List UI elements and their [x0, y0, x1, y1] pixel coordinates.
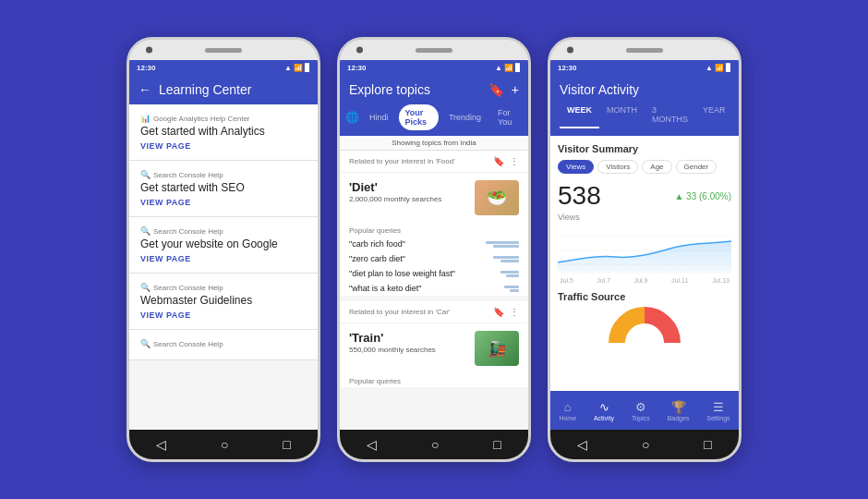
- battery-icon-2: ▊: [515, 64, 521, 72]
- wifi-icon-2: ▲: [495, 64, 502, 72]
- back-nav-3[interactable]: ◁: [577, 437, 587, 452]
- wifi-icon-1: ▲: [284, 64, 292, 72]
- phone-top-bar-2: [340, 40, 528, 60]
- lc-source-text-1: Google Analytics Help Center: [153, 115, 250, 123]
- topic-img-2: 🚂: [475, 331, 519, 366]
- query-1-4: "what is a keto diet": [340, 281, 528, 296]
- speaker-3: [626, 48, 663, 53]
- explore-section-2: Related to your interest in 'Car' 🔖 ⋮ 'T…: [340, 301, 528, 387]
- va-tab-week[interactable]: WEEK: [560, 103, 599, 128]
- home-nav-1[interactable]: ○: [221, 437, 228, 452]
- home-nav-label: Home: [559, 415, 576, 421]
- bar-8: [510, 289, 519, 292]
- globe-tab[interactable]: 🌐: [345, 111, 359, 124]
- bottom-nav-badges[interactable]: 🏆 Badges: [668, 400, 690, 421]
- chart-label-4: Jul.11: [671, 277, 689, 284]
- status-bar-3: 12:30 ▲ 📶 ▊: [550, 60, 739, 75]
- lc-cta-4[interactable]: VIEW PAGE: [140, 310, 307, 320]
- back-arrow-1[interactable]: ←: [139, 82, 151, 97]
- bottom-nav-settings[interactable]: ☰ Settings: [706, 400, 729, 421]
- tab-hindi[interactable]: Hindi: [363, 109, 395, 126]
- query-bars-1-2: [493, 256, 519, 262]
- bookmark-section-icon-1[interactable]: 🔖: [493, 156, 504, 166]
- speaker-1: [205, 48, 242, 53]
- lc-cta-3[interactable]: VIEW PAGE: [140, 254, 307, 263]
- topic-main-2: 'Train' 550,000 monthly searches 🚂: [340, 323, 528, 373]
- bar-7: [504, 286, 519, 288]
- recents-nav-2[interactable]: □: [493, 437, 500, 452]
- status-bar-2: 12:30 ▲ 📶 ▊: [340, 60, 528, 75]
- activity-nav-icon: ∿: [599, 400, 609, 414]
- tab-your-picks[interactable]: Your Picks: [399, 104, 439, 130]
- va-content: Visitor Summary Views Visitors Age Gende…: [550, 136, 739, 391]
- vs-filter-row: Views Visitors Age Gender: [558, 160, 731, 174]
- vs-filter-visitors[interactable]: Visitors: [597, 160, 638, 174]
- bar-3: [493, 256, 519, 259]
- query-bars-1-3: [500, 271, 519, 277]
- recents-nav-1[interactable]: □: [283, 437, 290, 452]
- topic-name-2: 'Train': [349, 331, 467, 345]
- bookmark-icon[interactable]: 🔖: [488, 82, 504, 97]
- bar-6: [506, 274, 519, 277]
- topic-info-1: 'Diet' 2,000,000 monthly searches: [349, 180, 467, 203]
- signal-icon-1: 📶: [294, 64, 303, 72]
- speaker-2: [416, 48, 452, 53]
- donut-svg: [608, 306, 681, 347]
- nav-bar-3: ◁ ○ □: [550, 430, 739, 459]
- badges-nav-label: Badges: [668, 415, 690, 421]
- lc-item-3: 🔍 Search Console Help Get your website o…: [129, 217, 318, 274]
- topic-main-1: 'Diet' 2,000,000 monthly searches 🥗: [340, 173, 528, 223]
- va-tab-month[interactable]: MONTH: [599, 103, 645, 128]
- query-text-1-1: "carb rich food": [349, 239, 405, 249]
- home-nav-3[interactable]: ○: [642, 437, 649, 452]
- battery-icon-1: ▊: [305, 64, 310, 72]
- app-header-1: ← Learning Center: [129, 75, 318, 104]
- camera-1: [146, 47, 152, 54]
- vs-filter-gender[interactable]: Gender: [676, 160, 717, 174]
- lc-source-3: 🔍 Search Console Help: [140, 226, 307, 236]
- more-icon-1[interactable]: ⋮: [510, 156, 519, 166]
- query-bars-1-4: [504, 286, 519, 292]
- status-icons-3: ▲ 📶 ▊: [705, 64, 731, 72]
- bottom-nav-activity[interactable]: ∿ Activity: [594, 400, 614, 421]
- vs-label: Views: [558, 213, 731, 222]
- status-time-1: 12:30: [137, 64, 155, 72]
- home-nav-2[interactable]: ○: [431, 437, 439, 452]
- lc-source-4: 🔍 Search Console Help: [140, 283, 307, 292]
- add-icon[interactable]: +: [512, 82, 519, 97]
- traffic-source-title: Traffic Source: [558, 291, 731, 302]
- explore-title: Explore topics: [349, 82, 430, 97]
- lc-content: 📊 Google Analytics Help Center Get start…: [129, 104, 318, 430]
- va-tab-3months[interactable]: 3 MONTHS: [645, 103, 695, 128]
- status-bar-1: 12:30 ▲ 📶 ▊: [129, 60, 318, 75]
- va-title: Visitor Activity: [560, 82, 729, 97]
- more-icon-2[interactable]: ⋮: [510, 307, 519, 317]
- search-icon-3: 🔍: [140, 226, 151, 236]
- tab-for-you[interactable]: For You: [491, 104, 523, 130]
- bar-4: [500, 260, 519, 262]
- signal-icon-2: 📶: [504, 64, 513, 72]
- back-nav-2[interactable]: ◁: [367, 437, 377, 452]
- bar-1: [486, 241, 519, 244]
- lc-title-1: Get started with Analytics: [140, 125, 307, 138]
- vs-filter-age[interactable]: Age: [642, 160, 671, 174]
- recents-nav-3[interactable]: □: [704, 437, 711, 452]
- va-tab-year[interactable]: YEAR: [695, 103, 733, 128]
- lc-source-text-2: Search Console Help: [153, 171, 223, 179]
- bottom-nav-home[interactable]: ⌂ Home: [559, 400, 576, 421]
- back-nav-1[interactable]: ◁: [156, 437, 166, 452]
- lc-cta-1[interactable]: VIEW PAGE: [140, 141, 307, 151]
- nav-bar-2: ◁ ○ □: [340, 430, 528, 459]
- search-icon-2: 🔍: [140, 170, 151, 179]
- lc-item-2: 🔍 Search Console Help Get started with S…: [129, 161, 318, 217]
- lc-cta-2[interactable]: VIEW PAGE: [140, 198, 307, 207]
- bottom-nav-topics[interactable]: ⚙ Topics: [632, 400, 650, 421]
- chart-label-1: Jul.5: [560, 277, 573, 284]
- topics-tabs-row: 🌐 Hindi Your Picks Trending For You: [340, 104, 528, 136]
- home-nav-icon: ⌂: [564, 400, 572, 414]
- vs-filter-views[interactable]: Views: [558, 160, 594, 174]
- section-icons-1: 🔖 ⋮: [493, 156, 519, 166]
- bookmark-section-icon-2[interactable]: 🔖: [493, 307, 504, 317]
- donut-container: [558, 306, 731, 347]
- tab-trending[interactable]: Trending: [442, 109, 488, 126]
